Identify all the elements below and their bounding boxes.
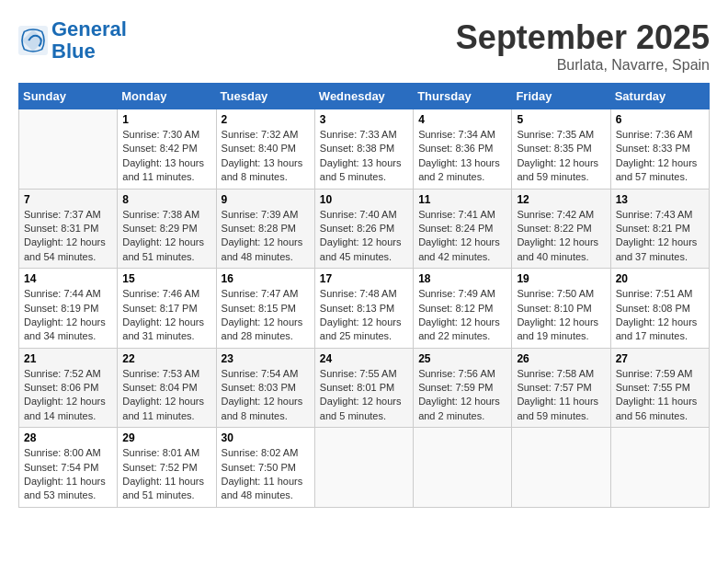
week-row-1: 1Sunrise: 7:30 AMSunset: 8:42 PMDaylight…	[19, 109, 710, 190]
day-info: Sunrise: 7:30 AMSunset: 8:42 PMDaylight:…	[122, 128, 210, 185]
calendar-cell: 13Sunrise: 7:43 AMSunset: 8:21 PMDayligh…	[610, 189, 709, 269]
day-number: 18	[418, 272, 506, 285]
day-info: Sunrise: 7:58 AMSunset: 7:57 PMDaylight:…	[517, 367, 605, 424]
logo-icon	[18, 26, 48, 55]
day-number: 5	[517, 113, 605, 126]
day-info: Sunrise: 7:42 AMSunset: 8:22 PMDaylight:…	[517, 208, 605, 265]
day-info: Sunrise: 7:56 AMSunset: 7:59 PMDaylight:…	[418, 367, 506, 424]
calendar-cell: 6Sunrise: 7:36 AMSunset: 8:33 PMDaylight…	[610, 109, 709, 190]
day-info: Sunrise: 7:32 AMSunset: 8:40 PMDaylight:…	[222, 128, 310, 185]
calendar-cell: 19Sunrise: 7:50 AMSunset: 8:10 PMDayligh…	[512, 269, 610, 349]
calendar-cell: 21Sunrise: 7:52 AMSunset: 8:06 PMDayligh…	[19, 348, 118, 428]
day-info: Sunrise: 7:54 AMSunset: 8:03 PMDaylight:…	[222, 367, 310, 424]
day-info: Sunrise: 7:53 AMSunset: 8:04 PMDaylight:…	[122, 367, 210, 424]
calendar-cell: 30Sunrise: 8:02 AMSunset: 7:50 PMDayligh…	[216, 428, 314, 508]
calendar-cell: 17Sunrise: 7:48 AMSunset: 8:13 PMDayligh…	[314, 269, 413, 349]
day-number: 11	[418, 193, 506, 206]
day-number: 23	[222, 352, 310, 365]
day-number: 21	[24, 352, 112, 365]
calendar-cell: 15Sunrise: 7:46 AMSunset: 8:17 PMDayligh…	[118, 269, 216, 349]
day-number: 14	[24, 272, 112, 285]
week-row-2: 7Sunrise: 7:37 AMSunset: 8:31 PMDaylight…	[19, 189, 710, 269]
col-header-tuesday: Tuesday	[216, 84, 314, 109]
day-info: Sunrise: 7:52 AMSunset: 8:06 PMDaylight:…	[24, 367, 112, 424]
day-number: 17	[320, 272, 408, 285]
day-number: 6	[616, 113, 704, 126]
calendar-cell: 23Sunrise: 7:54 AMSunset: 8:03 PMDayligh…	[216, 348, 314, 428]
day-number: 22	[122, 352, 210, 365]
day-number: 7	[24, 193, 112, 206]
calendar-cell: 18Sunrise: 7:49 AMSunset: 8:12 PMDayligh…	[414, 269, 512, 349]
day-info: Sunrise: 7:33 AMSunset: 8:38 PMDaylight:…	[320, 128, 408, 185]
col-header-wednesday: Wednesday	[314, 84, 413, 109]
calendar-cell: 10Sunrise: 7:40 AMSunset: 8:26 PMDayligh…	[314, 189, 413, 269]
header-row: SundayMondayTuesdayWednesdayThursdayFrid…	[19, 84, 710, 109]
calendar-cell: 29Sunrise: 8:01 AMSunset: 7:52 PMDayligh…	[118, 428, 216, 508]
calendar-cell: 28Sunrise: 8:00 AMSunset: 7:54 PMDayligh…	[19, 428, 118, 508]
day-info: Sunrise: 7:44 AMSunset: 8:19 PMDaylight:…	[24, 287, 112, 344]
calendar-cell: 22Sunrise: 7:53 AMSunset: 8:04 PMDayligh…	[118, 348, 216, 428]
calendar-table: SundayMondayTuesdayWednesdayThursdayFrid…	[18, 83, 710, 508]
week-row-4: 21Sunrise: 7:52 AMSunset: 8:06 PMDayligh…	[19, 348, 710, 428]
day-info: Sunrise: 7:43 AMSunset: 8:21 PMDaylight:…	[616, 208, 704, 265]
day-info: Sunrise: 7:59 AMSunset: 7:55 PMDaylight:…	[616, 367, 704, 424]
day-number: 4	[418, 113, 506, 126]
day-number: 29	[122, 431, 210, 444]
day-info: Sunrise: 7:36 AMSunset: 8:33 PMDaylight:…	[616, 128, 704, 185]
calendar-cell: 4Sunrise: 7:34 AMSunset: 8:36 PMDaylight…	[414, 109, 512, 190]
calendar-cell: 2Sunrise: 7:32 AMSunset: 8:40 PMDaylight…	[216, 109, 314, 190]
calendar-cell: 7Sunrise: 7:37 AMSunset: 8:31 PMDaylight…	[19, 189, 118, 269]
day-info: Sunrise: 7:51 AMSunset: 8:08 PMDaylight:…	[616, 287, 704, 344]
calendar-cell: 25Sunrise: 7:56 AMSunset: 7:59 PMDayligh…	[414, 348, 512, 428]
calendar-cell: 24Sunrise: 7:55 AMSunset: 8:01 PMDayligh…	[314, 348, 413, 428]
day-info: Sunrise: 7:48 AMSunset: 8:13 PMDaylight:…	[320, 287, 408, 344]
day-number: 20	[616, 272, 704, 285]
month-title: September 2025	[456, 18, 710, 57]
day-number: 13	[616, 193, 704, 206]
day-number: 27	[616, 352, 704, 365]
day-info: Sunrise: 7:49 AMSunset: 8:12 PMDaylight:…	[418, 287, 506, 344]
calendar-cell: 11Sunrise: 7:41 AMSunset: 8:24 PMDayligh…	[414, 189, 512, 269]
day-number: 1	[122, 113, 210, 126]
calendar-cell: 26Sunrise: 7:58 AMSunset: 7:57 PMDayligh…	[512, 348, 610, 428]
day-info: Sunrise: 7:46 AMSunset: 8:17 PMDaylight:…	[122, 287, 210, 344]
day-info: Sunrise: 7:47 AMSunset: 8:15 PMDaylight:…	[222, 287, 310, 344]
logo: GeneralBlue	[18, 18, 127, 63]
day-number: 15	[122, 272, 210, 285]
day-info: Sunrise: 7:41 AMSunset: 8:24 PMDaylight:…	[418, 208, 506, 265]
day-number: 19	[517, 272, 605, 285]
calendar-cell	[512, 428, 610, 508]
calendar-cell: 16Sunrise: 7:47 AMSunset: 8:15 PMDayligh…	[216, 269, 314, 349]
day-info: Sunrise: 7:34 AMSunset: 8:36 PMDaylight:…	[418, 128, 506, 185]
col-header-thursday: Thursday	[414, 84, 512, 109]
calendar-cell: 27Sunrise: 7:59 AMSunset: 7:55 PMDayligh…	[610, 348, 709, 428]
calendar-cell: 20Sunrise: 7:51 AMSunset: 8:08 PMDayligh…	[610, 269, 709, 349]
calendar-cell: 14Sunrise: 7:44 AMSunset: 8:19 PMDayligh…	[19, 269, 118, 349]
day-number: 12	[517, 193, 605, 206]
day-info: Sunrise: 8:02 AMSunset: 7:50 PMDaylight:…	[222, 446, 310, 503]
day-number: 30	[222, 431, 310, 444]
day-number: 24	[320, 352, 408, 365]
week-row-5: 28Sunrise: 8:00 AMSunset: 7:54 PMDayligh…	[19, 428, 710, 508]
col-header-saturday: Saturday	[610, 84, 709, 109]
calendar-cell	[314, 428, 413, 508]
day-number: 3	[320, 113, 408, 126]
calendar-cell: 8Sunrise: 7:38 AMSunset: 8:29 PMDaylight…	[118, 189, 216, 269]
day-info: Sunrise: 7:50 AMSunset: 8:10 PMDaylight:…	[517, 287, 605, 344]
day-info: Sunrise: 8:00 AMSunset: 7:54 PMDaylight:…	[24, 446, 112, 503]
col-header-monday: Monday	[118, 84, 216, 109]
day-info: Sunrise: 7:37 AMSunset: 8:31 PMDaylight:…	[24, 208, 112, 265]
day-info: Sunrise: 8:01 AMSunset: 7:52 PMDaylight:…	[122, 446, 210, 503]
day-number: 8	[122, 193, 210, 206]
col-header-sunday: Sunday	[19, 84, 118, 109]
calendar-cell: 5Sunrise: 7:35 AMSunset: 8:35 PMDaylight…	[512, 109, 610, 190]
title-block: September 2025 Burlata, Navarre, Spain	[456, 18, 710, 74]
day-info: Sunrise: 7:38 AMSunset: 8:29 PMDaylight:…	[122, 208, 210, 265]
calendar-cell	[610, 428, 709, 508]
day-number: 9	[222, 193, 310, 206]
day-info: Sunrise: 7:40 AMSunset: 8:26 PMDaylight:…	[320, 208, 408, 265]
day-info: Sunrise: 7:35 AMSunset: 8:35 PMDaylight:…	[517, 128, 605, 185]
calendar-cell: 1Sunrise: 7:30 AMSunset: 8:42 PMDaylight…	[118, 109, 216, 190]
day-info: Sunrise: 7:39 AMSunset: 8:28 PMDaylight:…	[222, 208, 310, 265]
calendar-cell	[19, 109, 118, 190]
